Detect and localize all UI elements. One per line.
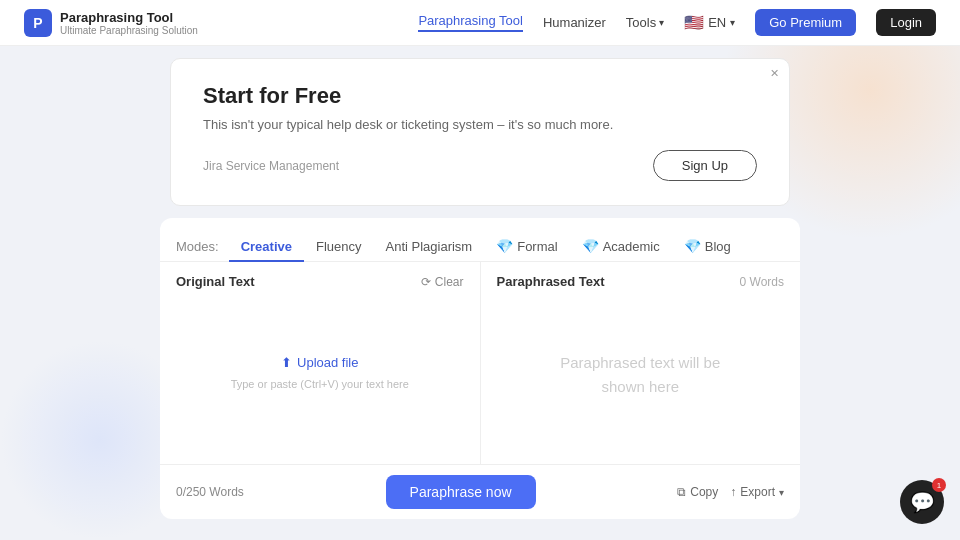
copy-button[interactable]: ⧉ Copy	[677, 485, 718, 499]
ad-banner: ✕ Start for Free This isn't your typical…	[170, 58, 790, 206]
text-panels: Original Text ⟳ Clear ⬆ Upload file Type…	[160, 262, 800, 464]
login-button[interactable]: Login	[876, 9, 936, 36]
paraphrased-panel-header: Paraphrased Text 0 Words	[497, 274, 785, 289]
clear-icon: ⟳	[421, 275, 431, 289]
paraphrased-placeholder: Paraphrased text will be shown here	[497, 297, 785, 452]
chat-notification-badge: 1	[932, 478, 946, 492]
mode-tab-fluency[interactable]: Fluency	[304, 233, 374, 262]
clear-button[interactable]: ⟳ Clear	[421, 275, 464, 289]
paraphrase-button[interactable]: Paraphrase now	[386, 475, 536, 509]
word-counter: 0/250 Words	[176, 485, 244, 499]
export-icon: ↑	[730, 485, 736, 499]
upload-file-button[interactable]: ⬆ Upload file	[281, 355, 358, 370]
mode-tab-creative[interactable]: Creative	[229, 233, 304, 262]
main-nav: Paraphrasing Tool Humanizer Tools ▾ 🇺🇸 E…	[418, 9, 936, 36]
ad-footer: Jira Service Management Sign Up	[203, 150, 757, 181]
mode-tab-blog[interactable]: 💎 Blog	[672, 232, 743, 262]
brand-info: Paraphrasing Tool Ultimate Paraphrasing …	[60, 10, 198, 36]
ad-description: This isn't your typical help desk or tic…	[203, 117, 757, 132]
original-panel-title: Original Text	[176, 274, 255, 289]
paraphrased-panel: Paraphrased Text 0 Words Paraphrased tex…	[481, 262, 801, 464]
ad-brand: Jira Service Management	[203, 159, 339, 173]
mode-tab-formal[interactable]: 💎 Formal	[484, 232, 569, 262]
mode-tab-anti-plagiarism[interactable]: Anti Plagiarism	[373, 233, 484, 262]
gem-icon: 💎	[582, 238, 599, 254]
action-buttons: ⧉ Copy ↑ Export ▾	[677, 485, 784, 499]
language-selector[interactable]: 🇺🇸 EN ▾	[684, 13, 735, 32]
modes-label: Modes:	[176, 239, 219, 254]
nav-paraphrasing[interactable]: Paraphrasing Tool	[418, 13, 523, 32]
flag-icon: 🇺🇸	[684, 13, 704, 32]
upload-area: ⬆ Upload file Type or paste (Ctrl+V) you…	[176, 297, 464, 447]
brand-name: Paraphrasing Tool	[60, 10, 198, 25]
upload-icon: ⬆	[281, 355, 292, 370]
word-count-badge: 0 Words	[740, 275, 784, 289]
gem-icon: 💎	[684, 238, 701, 254]
signup-button[interactable]: Sign Up	[653, 150, 757, 181]
header: P Paraphrasing Tool Ultimate Paraphrasin…	[0, 0, 960, 46]
original-panel: Original Text ⟳ Clear ⬆ Upload file Type…	[160, 262, 481, 464]
chevron-down-icon: ▾	[779, 487, 784, 498]
copy-icon: ⧉	[677, 485, 686, 499]
bottom-bar: 0/250 Words Paraphrase now ⧉ Copy ↑ Expo…	[160, 464, 800, 519]
modes-bar: Modes: Creative Fluency Anti Plagiarism …	[160, 218, 800, 262]
tool-container: Modes: Creative Fluency Anti Plagiarism …	[160, 218, 800, 519]
upload-hint: Type or paste (Ctrl+V) your text here	[231, 378, 409, 390]
chat-icon: 💬	[910, 490, 935, 514]
nav-tools[interactable]: Tools ▾	[626, 15, 664, 30]
logo-area: P Paraphrasing Tool Ultimate Paraphrasin…	[24, 9, 198, 37]
ad-close-button[interactable]: ✕	[770, 67, 779, 80]
ad-title: Start for Free	[203, 83, 757, 109]
mode-tab-academic[interactable]: 💎 Academic	[570, 232, 672, 262]
premium-button[interactable]: Go Premium	[755, 9, 856, 36]
nav-humanizer[interactable]: Humanizer	[543, 15, 606, 30]
brand-sub: Ultimate Paraphrasing Solution	[60, 25, 198, 36]
original-panel-header: Original Text ⟳ Clear	[176, 274, 464, 289]
logo-icon: P	[24, 9, 52, 37]
paraphrased-panel-title: Paraphrased Text	[497, 274, 605, 289]
export-button[interactable]: ↑ Export ▾	[730, 485, 784, 499]
chevron-down-icon: ▾	[730, 17, 735, 28]
chevron-down-icon: ▾	[659, 17, 664, 28]
chat-bubble[interactable]: 💬 1	[900, 480, 944, 524]
gem-icon: 💎	[496, 238, 513, 254]
